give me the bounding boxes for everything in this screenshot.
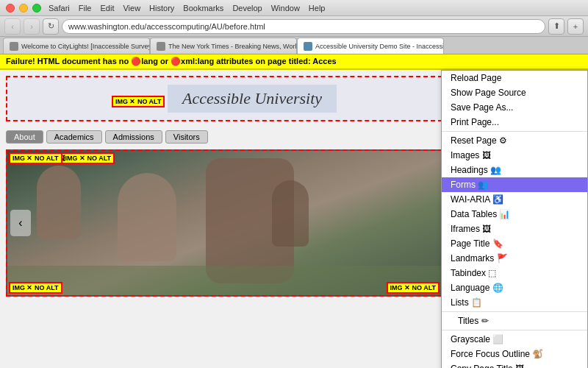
tab-0[interactable]: Welcome to CityLights! [Inaccessible Sur… [3,38,150,54]
error-bar: Failure! HTML document has no 🔴lang or 🔴… [0,54,588,70]
forward-button[interactable]: › [24,18,40,35]
au-logo: Accessible University [168,85,337,113]
carousel-prev-button[interactable]: ‹ [10,210,31,236]
nav-academics[interactable]: Academics [46,130,102,144]
menu-separator-17 [442,311,587,312]
menu-item-18[interactable]: Titles ✏ [442,314,587,328]
menu-edit[interactable]: Edit [100,4,114,13]
menu-window[interactable]: Window [271,4,300,13]
img-error-badge-br: IMG ✕ NO ALT [387,282,440,294]
menu-item-7[interactable]: Headings 👥 [442,163,587,177]
menu-item-20[interactable]: Grayscale ⬜ [442,332,587,347]
error-text: Failure! HTML document has no 🔴lang or 🔴… [6,57,337,66]
au-header: IMG ✕ NO ALT Accessible University [6,76,442,121]
menu-help[interactable]: Help [309,4,326,13]
menu-history[interactable]: History [149,4,174,13]
menu-item-1[interactable]: Show Page Source [442,85,587,100]
tabbar: Welcome to CityLights! [Inaccessible Sur… [0,37,588,54]
menu-item-6[interactable]: Images 🖼 [442,148,587,163]
url-text: www.washington.edu/accesscomputing/AU/be… [68,22,265,31]
menu-item-11[interactable]: Iframes 🖼 [442,222,587,236]
menu-item-10[interactable]: Data Tables 📊 [442,207,587,222]
menu-item-22[interactable]: Copy Page Title 🖼 [442,361,587,368]
tab-label-0: Welcome to CityLights! [Inaccessible Sur… [21,43,150,50]
webpage: IMG ✕ NO ALT Accessible University About… [0,70,448,368]
menu-item-0[interactable]: Reload Page [442,71,587,85]
bookmark-button[interactable]: + [567,18,584,35]
img-error-badge-tl: IMG ✕ NO ALT [9,152,62,164]
menu-item-8[interactable]: Forms 👥 [442,177,587,192]
menu-file[interactable]: File [79,4,92,13]
share-button[interactable]: ⬆ [548,18,564,35]
au-nav: About Academics Admissions Visitors [0,127,448,146]
tab-favicon-0 [10,42,18,51]
nav-about[interactable]: About [6,130,43,144]
back-button[interactable]: ‹ [4,18,21,35]
menu-view[interactable]: View [123,4,140,13]
img-error-badge-header: IMG ✕ NO ALT [112,96,165,107]
nav-admissions[interactable]: Admissions [105,130,162,144]
tab-label-2: Accessible University Demo Site - Inacce… [315,43,444,50]
window-controls[interactable] [6,4,41,13]
menu-item-3[interactable]: Print Page... [442,115,587,130]
navbar: ‹ › ↻ www.washington.edu/accesscomputing… [0,16,588,37]
menu-item-2[interactable]: Save Page As... [442,100,587,115]
menu-separator-4 [442,131,587,132]
menu-item-16[interactable]: Lists 📋 [442,295,587,310]
address-bar[interactable]: www.washington.edu/accesscomputing/AU/be… [62,19,545,34]
au-image-area: 🔗LINK 🖼IMG ✕ NO ALT IMG ✕ NO ALT IMG ✕ N… [6,149,442,297]
menu-item-21[interactable]: Force Focus Outline 🐒 [442,347,587,361]
tab-favicon-2 [304,42,312,51]
reload-button[interactable]: ↻ [43,18,59,35]
dropdown-menu: Reload PageShow Page SourceSave Page As.… [441,70,588,368]
menu-item-12[interactable]: Page Title 🔖 [442,236,587,251]
menu-item-5[interactable]: Reset Page ⚙ [442,133,587,148]
nav-visitors[interactable]: Visitors [165,130,208,144]
menu-item-15[interactable]: Language 🌐 [442,280,587,295]
menu-safari[interactable]: Safari [49,4,70,13]
au-logo-text: Accessible University [182,89,322,107]
img-content [7,151,441,295]
tab-1[interactable]: The New York Times - Breaking News, Worl… [150,38,297,54]
img-error-badge-bl: IMG ✕ NO ALT [9,282,62,294]
tab-favicon-1 [157,42,165,51]
menu-develop[interactable]: Develop [232,4,262,13]
minimize-button[interactable] [19,4,28,13]
main-content: IMG ✕ NO ALT Accessible University About… [0,70,588,368]
tab-label-1: The New York Times - Breaking News, Worl… [168,43,297,50]
menu-separator-19 [442,330,587,330]
menu-item-13[interactable]: Landmarks 🚩 [442,251,587,266]
tab-2[interactable]: Accessible University Demo Site - Inacce… [297,38,444,54]
titlebar: Safari File Edit View History Bookmarks … [0,0,588,16]
menu-item-9[interactable]: WAI-ARIA ♿ [442,192,587,207]
close-button[interactable] [6,4,15,13]
menu-item-14[interactable]: Tabindex ⬚ [442,266,587,280]
maximize-button[interactable] [32,4,41,13]
menu-bookmarks[interactable]: Bookmarks [183,4,223,13]
